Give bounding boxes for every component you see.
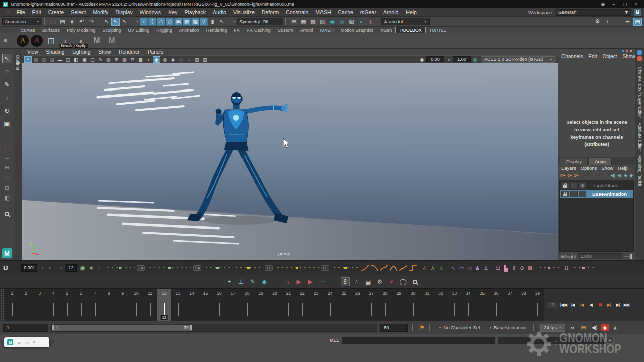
tripod-tool[interactable]: ⊥	[236, 277, 246, 286]
shelf-script-keysyn[interactable]: ◐ KeySyn	[75, 34, 88, 47]
power-button[interactable]: ◉	[79, 264, 86, 272]
frame-cell[interactable]: 8 8	[102, 289, 115, 321]
anim-offset-yellow[interactable]: Y	[429, 264, 436, 272]
make-live[interactable]: ▦	[183, 18, 191, 26]
frame-cell[interactable]: 28 28	[378, 289, 392, 321]
Curves[interactable]: Curves	[17, 27, 39, 33]
highlight-selection[interactable]: ↖	[217, 18, 226, 26]
safe-action[interactable]: ▢	[89, 56, 96, 63]
frame-cell[interactable]: 14 14	[185, 289, 198, 321]
script-editor-button[interactable]: A	[606, 337, 614, 344]
Key[interactable]: Key	[165, 9, 181, 15]
shaded-mode[interactable]: ◐	[145, 56, 152, 63]
frame-cell[interactable]: 5 5	[60, 289, 74, 321]
pin-gray[interactable]	[630, 50, 632, 52]
layout-single-pane[interactable]: ▭	[2, 154, 12, 161]
play-backwards[interactable]: ◀	[587, 301, 595, 309]
grid-menu-button[interactable]: ∷	[96, 264, 103, 272]
undo[interactable]: ↶	[77, 18, 86, 26]
ease-in-curve-icon[interactable]	[371, 265, 378, 272]
Show[interactable]: Show	[98, 49, 111, 55]
modeling-toolkit-toggle[interactable]: ⚙	[593, 18, 602, 26]
construction-history-lock[interactable]: ▮	[208, 18, 217, 26]
micro-transform[interactable]: ↖	[450, 264, 457, 272]
Channels[interactable]: Channels	[561, 54, 583, 60]
maximize-button[interactable]: ▢	[619, 2, 630, 7]
Deform[interactable]: Deform	[258, 9, 282, 15]
flag-play[interactable]: ▶	[306, 277, 315, 286]
frame-cell[interactable]: 31 31	[420, 289, 434, 321]
weight-field[interactable]: 1.000	[578, 253, 622, 259]
overshoot-slider-mid[interactable]	[275, 265, 319, 271]
Cache[interactable]: Cache	[335, 9, 357, 15]
hex-node[interactable]: ◯	[398, 277, 408, 286]
overshoot-slider-right[interactable]	[331, 265, 359, 271]
save-scene[interactable]: ▼	[68, 18, 76, 26]
tween-slider-left[interactable]	[105, 265, 135, 271]
TOOLBOX[interactable]: TOOLBOX	[395, 27, 425, 34]
MASH[interactable]: MASH	[312, 9, 334, 15]
character-wrench[interactable]: ⚙	[375, 277, 384, 286]
image-plane[interactable]: ▤	[121, 56, 128, 63]
range-slider[interactable]: 1 39	[51, 324, 377, 332]
Anim[interactable]: Anim	[589, 158, 612, 165]
cycle-tool[interactable]: ∂	[510, 264, 517, 272]
key-diamond[interactable]: ◆	[260, 277, 269, 286]
UV Editing[interactable]: UV Editing	[125, 27, 153, 33]
frame-cell[interactable]: 3 3	[33, 289, 46, 321]
two-d-pan-zoom[interactable]: ⊟	[129, 56, 136, 63]
exposure-icon[interactable]: ◉	[418, 56, 426, 63]
frame-cell[interactable]: 29 29	[392, 289, 406, 321]
pin-red[interactable]	[626, 50, 628, 52]
animbot-frame-field[interactable]: 12	[65, 264, 77, 272]
wireframe-mode[interactable]: ▩	[137, 56, 144, 63]
snap-help[interactable]: ?	[200, 18, 208, 26]
frame-cell[interactable]: 25 25	[337, 289, 351, 321]
step-forward-key[interactable]: ▶|	[605, 301, 613, 309]
layout-persp-outliner[interactable]: ◫	[2, 174, 12, 182]
frame-cell[interactable]: 22 22	[295, 289, 309, 321]
current-frame-field[interactable]: 13	[546, 302, 558, 308]
frame-cell[interactable]: 17 17	[226, 289, 240, 321]
red-arc[interactable]: ∩	[283, 277, 292, 286]
tween-increment-button[interactable]: +	[39, 264, 46, 272]
scale-tool[interactable]: ▣	[2, 119, 12, 129]
tween-value-field[interactable]: 0.001	[21, 264, 37, 272]
last-tool-slot[interactable]: ▢	[2, 141, 12, 150]
home-icon[interactable]: ⌂	[3, 9, 13, 15]
channel-box-toggle[interactable]: ▤	[633, 18, 642, 26]
XGen[interactable]: XGen	[377, 27, 395, 33]
move-key-right[interactable]: ◀|	[617, 173, 621, 178]
frame-cell[interactable]: 19 19	[254, 289, 268, 321]
anim-layer-select[interactable]: ▾BaseAnimation	[487, 324, 529, 332]
Arnold[interactable]: Arnold	[297, 27, 317, 33]
timeline-grip[interactable]	[0, 289, 5, 321]
ease-out-curve-icon[interactable]	[361, 265, 369, 272]
Options[interactable]: Options	[581, 165, 597, 171]
Playback[interactable]: Playback	[181, 9, 209, 15]
textured-mode[interactable]: ◉	[153, 56, 160, 63]
pose-library[interactable]: Ω	[494, 264, 501, 272]
audio-scrub[interactable]: ◁	[466, 264, 473, 272]
bell-curve-icon[interactable]	[390, 265, 397, 272]
snap-together[interactable]: ▩	[191, 18, 199, 26]
xray-mode[interactable]: ▧	[201, 56, 209, 63]
mGear[interactable]: mGear	[357, 9, 380, 15]
launch-snip[interactable]: ×	[357, 18, 365, 26]
step-tangent-icon[interactable]	[409, 265, 417, 272]
Surfaces[interactable]: Surfaces	[39, 27, 64, 33]
search-tool-icon[interactable]	[410, 277, 419, 286]
body-pose-helper[interactable]: ♙	[482, 264, 489, 272]
ease-anchor-sa[interactable]: SA	[193, 265, 201, 271]
film-gate[interactable]: ▬	[56, 56, 64, 63]
redo[interactable]: ↷	[87, 18, 96, 26]
shelf-collapse-handle[interactable]	[4, 39, 7, 42]
field-chart[interactable]: ▣	[80, 56, 88, 63]
camera-lock[interactable]: ▥	[40, 56, 48, 63]
Object[interactable]: Object	[603, 54, 617, 60]
go-to-start[interactable]: |◀◀	[559, 301, 568, 309]
frame-cell[interactable]: 7 7	[88, 289, 102, 321]
frame-cell[interactable]: 32 32	[434, 289, 447, 321]
use-all-lights[interactable]: ◎	[161, 56, 169, 63]
playback-options[interactable]: λ	[611, 324, 620, 332]
